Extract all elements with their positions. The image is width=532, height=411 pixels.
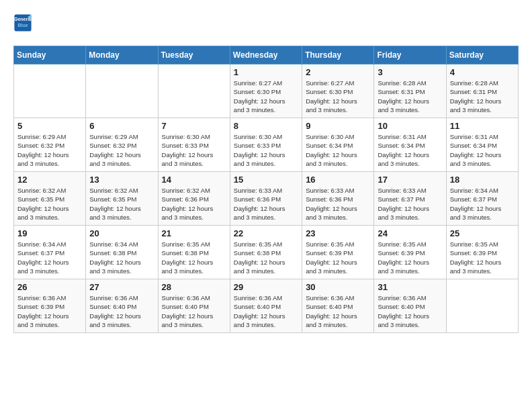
day-info: Sunrise: 6:35 AM Sunset: 6:39 PM Dayligh…: [450, 240, 515, 275]
day-number: 30: [306, 282, 370, 292]
day-info: Sunrise: 6:29 AM Sunset: 6:32 PM Dayligh…: [17, 132, 82, 168]
calendar-cell: 4Sunrise: 6:28 AM Sunset: 6:31 PM Daylig…: [446, 64, 518, 118]
calendar-cell: 6Sunrise: 6:29 AM Sunset: 6:32 PM Daylig…: [86, 118, 158, 172]
day-number: 1: [234, 67, 298, 77]
day-number: 12: [17, 175, 82, 185]
day-number: 23: [306, 228, 370, 238]
day-info: Sunrise: 6:30 AM Sunset: 6:33 PM Dayligh…: [234, 132, 298, 168]
calendar-cell: 19Sunrise: 6:34 AM Sunset: 6:37 PM Dayli…: [14, 226, 86, 279]
calendar-cell: 16Sunrise: 6:33 AM Sunset: 6:36 PM Dayli…: [302, 172, 374, 226]
calendar-cell: 9Sunrise: 6:30 AM Sunset: 6:34 PM Daylig…: [302, 118, 374, 172]
day-info: Sunrise: 6:30 AM Sunset: 6:34 PM Dayligh…: [306, 132, 370, 168]
day-number: 15: [234, 175, 298, 185]
day-number: 18: [450, 175, 515, 185]
day-info: Sunrise: 6:34 AM Sunset: 6:37 PM Dayligh…: [17, 240, 82, 275]
day-info: Sunrise: 6:29 AM Sunset: 6:32 PM Dayligh…: [89, 132, 154, 168]
calendar-cell: 24Sunrise: 6:35 AM Sunset: 6:39 PM Dayli…: [374, 226, 446, 279]
calendar-cell: 20Sunrise: 6:34 AM Sunset: 6:38 PM Dayli…: [86, 226, 158, 279]
day-info: Sunrise: 6:27 AM Sunset: 6:30 PM Dayligh…: [234, 79, 298, 114]
day-info: Sunrise: 6:35 AM Sunset: 6:38 PM Dayligh…: [162, 240, 226, 275]
calendar-cell: 27Sunrise: 6:36 AM Sunset: 6:40 PM Dayli…: [86, 279, 158, 333]
calendar-cell: 10Sunrise: 6:31 AM Sunset: 6:34 PM Dayli…: [374, 118, 446, 172]
day-number: 4: [450, 67, 515, 77]
day-number: 17: [378, 175, 442, 185]
day-info: Sunrise: 6:33 AM Sunset: 6:36 PM Dayligh…: [234, 186, 298, 222]
calendar-cell: 17Sunrise: 6:33 AM Sunset: 6:37 PM Dayli…: [374, 172, 446, 226]
calendar-cell: 2Sunrise: 6:27 AM Sunset: 6:30 PM Daylig…: [302, 64, 374, 118]
calendar-cell: 8Sunrise: 6:30 AM Sunset: 6:33 PM Daylig…: [230, 118, 302, 172]
day-number: 25: [450, 228, 515, 238]
day-number: 19: [17, 228, 82, 238]
day-info: Sunrise: 6:31 AM Sunset: 6:34 PM Dayligh…: [450, 132, 515, 168]
calendar-cell: 23Sunrise: 6:35 AM Sunset: 6:39 PM Dayli…: [302, 226, 374, 279]
day-info: Sunrise: 6:36 AM Sunset: 6:40 PM Dayligh…: [89, 293, 154, 329]
calendar-cell: 12Sunrise: 6:32 AM Sunset: 6:35 PM Dayli…: [14, 172, 86, 226]
day-info: Sunrise: 6:31 AM Sunset: 6:34 PM Dayligh…: [378, 132, 442, 168]
day-number: 13: [89, 175, 154, 185]
day-info: Sunrise: 6:36 AM Sunset: 6:40 PM Dayligh…: [306, 293, 370, 329]
calendar-cell: 31Sunrise: 6:36 AM Sunset: 6:40 PM Dayli…: [374, 279, 446, 333]
day-info: Sunrise: 6:36 AM Sunset: 6:40 PM Dayligh…: [234, 293, 298, 329]
calendar-table: SundayMondayTuesdayWednesdayThursdayFrid…: [13, 46, 519, 333]
day-number: 3: [378, 67, 442, 77]
calendar-cell: [14, 64, 86, 118]
day-number: 29: [234, 282, 298, 292]
day-number: 7: [162, 121, 226, 131]
calendar-cell: 15Sunrise: 6:33 AM Sunset: 6:36 PM Dayli…: [230, 172, 302, 226]
logo: General Blue: [13, 13, 35, 32]
calendar-cell: 26Sunrise: 6:36 AM Sunset: 6:39 PM Dayli…: [14, 279, 86, 333]
calendar-cell: 18Sunrise: 6:34 AM Sunset: 6:37 PM Dayli…: [446, 172, 518, 226]
day-number: 28: [162, 282, 226, 292]
day-header-tuesday: Tuesday: [158, 46, 230, 64]
day-header-friday: Friday: [374, 46, 446, 64]
day-number: 21: [162, 228, 226, 238]
calendar-cell: 5Sunrise: 6:29 AM Sunset: 6:32 PM Daylig…: [14, 118, 86, 172]
day-header-wednesday: Wednesday: [230, 46, 302, 64]
calendar-cell: 1Sunrise: 6:27 AM Sunset: 6:30 PM Daylig…: [230, 64, 302, 118]
day-info: Sunrise: 6:32 AM Sunset: 6:35 PM Dayligh…: [89, 186, 154, 222]
day-info: Sunrise: 6:32 AM Sunset: 6:35 PM Dayligh…: [17, 186, 82, 222]
calendar-cell: 28Sunrise: 6:36 AM Sunset: 6:40 PM Dayli…: [158, 279, 230, 333]
calendar-cell: 30Sunrise: 6:36 AM Sunset: 6:40 PM Dayli…: [302, 279, 374, 333]
day-number: 9: [306, 121, 370, 131]
day-info: Sunrise: 6:33 AM Sunset: 6:36 PM Dayligh…: [306, 186, 370, 222]
day-number: 26: [17, 282, 82, 292]
day-number: 10: [378, 121, 442, 131]
calendar-cell: 13Sunrise: 6:32 AM Sunset: 6:35 PM Dayli…: [86, 172, 158, 226]
day-number: 24: [378, 228, 442, 238]
day-number: 16: [306, 175, 370, 185]
day-info: Sunrise: 6:28 AM Sunset: 6:31 PM Dayligh…: [378, 79, 442, 114]
day-info: Sunrise: 6:34 AM Sunset: 6:38 PM Dayligh…: [89, 240, 154, 275]
calendar-cell: [446, 279, 518, 333]
calendar-cell: 21Sunrise: 6:35 AM Sunset: 6:38 PM Dayli…: [158, 226, 230, 279]
calendar-cell: 14Sunrise: 6:32 AM Sunset: 6:36 PM Dayli…: [158, 172, 230, 226]
day-number: 5: [17, 121, 82, 131]
day-info: Sunrise: 6:33 AM Sunset: 6:37 PM Dayligh…: [378, 186, 442, 222]
day-number: 11: [450, 121, 515, 131]
svg-text:Blue: Blue: [17, 23, 28, 28]
day-header-saturday: Saturday: [446, 46, 518, 64]
day-info: Sunrise: 6:36 AM Sunset: 6:40 PM Dayligh…: [378, 293, 442, 329]
day-header-thursday: Thursday: [302, 46, 374, 64]
day-number: 22: [234, 228, 298, 238]
day-info: Sunrise: 6:32 AM Sunset: 6:36 PM Dayligh…: [162, 186, 226, 222]
day-info: Sunrise: 6:36 AM Sunset: 6:39 PM Dayligh…: [17, 293, 82, 329]
calendar-cell: [158, 64, 230, 118]
calendar-cell: 22Sunrise: 6:35 AM Sunset: 6:38 PM Dayli…: [230, 226, 302, 279]
calendar-cell: 29Sunrise: 6:36 AM Sunset: 6:40 PM Dayli…: [230, 279, 302, 333]
day-number: 14: [162, 175, 226, 185]
day-header-monday: Monday: [86, 46, 158, 64]
day-header-sunday: Sunday: [14, 46, 86, 64]
day-info: Sunrise: 6:30 AM Sunset: 6:33 PM Dayligh…: [162, 132, 226, 168]
day-info: Sunrise: 6:35 AM Sunset: 6:39 PM Dayligh…: [306, 240, 370, 275]
day-info: Sunrise: 6:34 AM Sunset: 6:37 PM Dayligh…: [450, 186, 515, 222]
day-info: Sunrise: 6:35 AM Sunset: 6:38 PM Dayligh…: [234, 240, 298, 275]
day-info: Sunrise: 6:28 AM Sunset: 6:31 PM Dayligh…: [450, 79, 515, 114]
day-number: 31: [378, 282, 442, 292]
day-info: Sunrise: 6:27 AM Sunset: 6:30 PM Dayligh…: [306, 79, 370, 114]
calendar-cell: 3Sunrise: 6:28 AM Sunset: 6:31 PM Daylig…: [374, 64, 446, 118]
day-number: 6: [89, 121, 154, 131]
calendar-cell: [86, 64, 158, 118]
calendar-cell: 11Sunrise: 6:31 AM Sunset: 6:34 PM Dayli…: [446, 118, 518, 172]
calendar-cell: 7Sunrise: 6:30 AM Sunset: 6:33 PM Daylig…: [158, 118, 230, 172]
